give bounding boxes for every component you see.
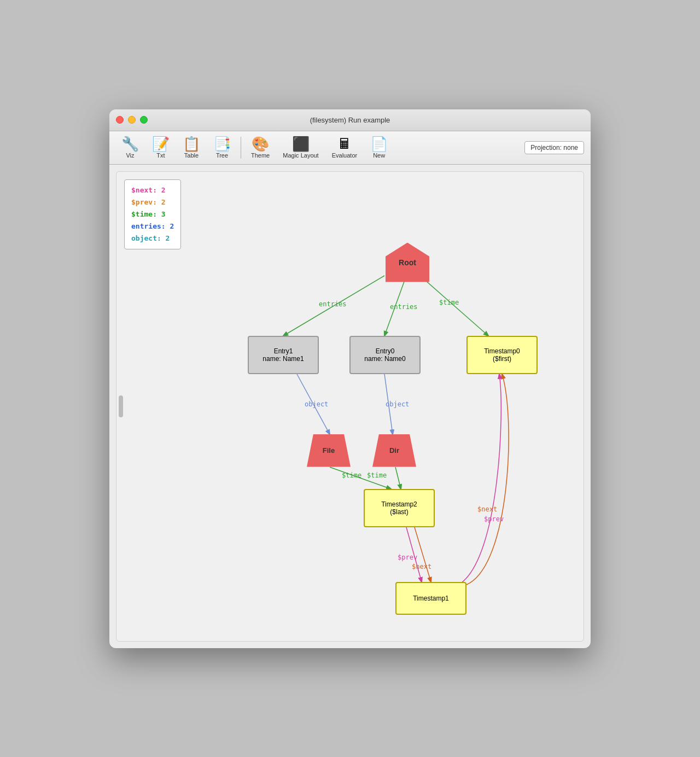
viz-icon: 🔧 — [121, 137, 139, 151]
scroll-handle[interactable] — [119, 395, 123, 417]
entry0-label-line2: name: Name0 — [364, 355, 405, 363]
table-label: Table — [184, 152, 199, 159]
timestamp2-node[interactable]: Timestamp2 ($last) — [364, 489, 435, 527]
timestamp1-node[interactable]: Timestamp1 — [395, 582, 466, 615]
evaluator-label: Evaluator — [332, 152, 357, 159]
timestamp0-label-line1: Timestamp0 — [484, 347, 520, 355]
txt-button[interactable]: 📝 Txt — [147, 135, 175, 161]
projection-badge[interactable]: Projection: none — [524, 141, 584, 154]
edge-label-object2: object — [386, 400, 409, 408]
edge-label-prev1: $prev — [398, 554, 417, 561]
edge-label-object1: object — [305, 400, 328, 408]
magic-layout-icon: ⬛ — [292, 137, 310, 151]
theme-button[interactable]: 🎨 Theme — [246, 135, 275, 161]
edge-label-time-root: $time — [439, 299, 459, 306]
root-node[interactable]: Root — [386, 243, 429, 282]
table-icon: 📋 — [183, 137, 200, 151]
tree-button[interactable]: 📑 Tree — [208, 135, 236, 161]
titlebar: (filesystem) Run example — [109, 109, 591, 131]
edge-label-next1: $next — [412, 563, 431, 570]
timestamp0-node[interactable]: Timestamp0 ($first) — [466, 336, 538, 374]
timestamp1-label: Timestamp1 — [413, 595, 449, 602]
txt-icon: 📝 — [152, 137, 170, 151]
dir-node[interactable]: Dir — [372, 434, 416, 467]
legend-time: $time: 3 — [131, 210, 166, 218]
table-button[interactable]: 📋 Table — [177, 135, 206, 161]
legend-entries: entries: 2 — [131, 222, 174, 230]
edge-label-entries1: entries — [319, 300, 347, 308]
evaluator-icon: 🖩 — [337, 137, 352, 151]
viz-label: Viz — [126, 152, 134, 159]
entry0-label-line1: Entry0 — [364, 347, 405, 355]
edge-label-next2: $next — [477, 505, 497, 513]
timestamp2-label-line2: ($last) — [381, 508, 417, 516]
legend-prev: $prev: 2 — [131, 198, 166, 206]
timestamp0-label-line2: ($first) — [484, 355, 520, 363]
toolbar-separator-1 — [241, 137, 241, 159]
maximize-button[interactable] — [140, 116, 148, 124]
legend-object: object: 2 — [131, 234, 170, 242]
entry1-label-line1: Entry1 — [262, 347, 304, 355]
close-button[interactable] — [116, 116, 124, 124]
edge-label-time1: $time — [342, 471, 361, 479]
timestamp2-label-line1: Timestamp2 — [381, 500, 417, 508]
minimize-button[interactable] — [128, 116, 136, 124]
entry0-node[interactable]: Entry0 name: Name0 — [349, 336, 421, 374]
legend-box: $next: 2 $prev: 2 $time: 3 entries: 2 ob… — [124, 179, 181, 249]
theme-label: Theme — [251, 152, 270, 159]
file-node[interactable]: File — [307, 434, 351, 467]
edge-label-entries2: entries — [390, 303, 418, 311]
tree-icon: 📑 — [213, 137, 231, 151]
viz-button[interactable]: 🔧 Viz — [116, 135, 144, 161]
root-shape: Root — [386, 243, 429, 282]
entry1-label-line2: name: Name1 — [262, 355, 304, 363]
entry1-node[interactable]: Entry1 name: Name1 — [248, 336, 319, 374]
new-icon: 📄 — [370, 137, 388, 151]
main-window: (filesystem) Run example 🔧 Viz 📝 Txt 📋 T… — [109, 109, 591, 648]
tree-label: Tree — [216, 152, 228, 159]
txt-label: Txt — [156, 152, 165, 159]
traffic-lights — [116, 116, 148, 124]
magic-layout-label: Magic Layout — [283, 152, 318, 159]
edge-label-time2: $time — [367, 471, 387, 479]
dir-label: Dir — [389, 446, 399, 455]
file-label: File — [323, 446, 335, 455]
new-label: New — [373, 152, 385, 159]
toolbar: 🔧 Viz 📝 Txt 📋 Table 📑 Tree 🎨 Theme ⬛ Mag… — [109, 131, 591, 165]
new-button[interactable]: 📄 New — [365, 135, 393, 161]
window-title: (filesystem) Run example — [310, 116, 390, 124]
legend-next: $next: 2 — [131, 186, 166, 194]
theme-icon: 🎨 — [252, 137, 269, 151]
graph-svg — [116, 172, 584, 641]
evaluator-button[interactable]: 🖩 Evaluator — [326, 135, 363, 161]
canvas-area: $next: 2 $prev: 2 $time: 3 entries: 2 ob… — [116, 171, 584, 642]
magic-layout-button[interactable]: ⬛ Magic Layout — [277, 135, 324, 161]
edge-label-prev2: $prev — [484, 515, 504, 523]
